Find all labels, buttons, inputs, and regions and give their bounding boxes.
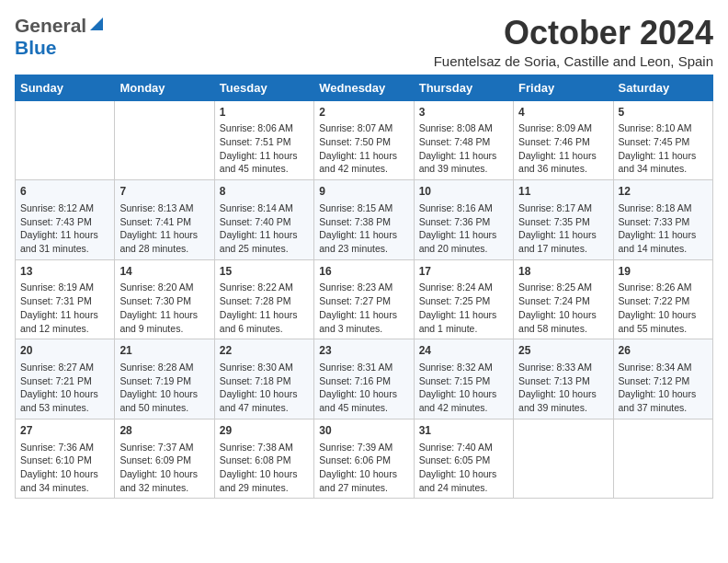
daylight: Daylight: 11 hours and 1 minute. bbox=[419, 309, 497, 334]
sunrise: Sunrise: 8:13 AM bbox=[119, 202, 193, 213]
sunset: Sunset: 7:15 PM bbox=[419, 375, 491, 386]
calendar-table: SundayMondayTuesdayWednesdayThursdayFrid… bbox=[15, 75, 713, 500]
sunrise: Sunrise: 8:15 AM bbox=[319, 202, 392, 213]
sunset: Sunset: 7:28 PM bbox=[220, 295, 291, 306]
day-number: 19 bbox=[619, 264, 708, 280]
sunset: Sunset: 7:43 PM bbox=[20, 216, 92, 227]
sunrise: Sunrise: 7:39 AM bbox=[319, 442, 392, 453]
header-row: SundayMondayTuesdayWednesdayThursdayFrid… bbox=[16, 75, 713, 100]
day-cell: 29Sunrise: 7:38 AMSunset: 6:08 PMDayligh… bbox=[214, 419, 313, 499]
day-number: 3 bbox=[419, 105, 508, 121]
daylight: Daylight: 10 hours and 58 minutes. bbox=[518, 309, 597, 334]
sunrise: Sunrise: 8:34 AM bbox=[619, 362, 692, 373]
day-number: 20 bbox=[20, 343, 109, 359]
week-row-2: 6Sunrise: 8:12 AMSunset: 7:43 PMDaylight… bbox=[16, 180, 713, 260]
day-cell: 14Sunrise: 8:20 AMSunset: 7:30 PMDayligh… bbox=[115, 259, 214, 339]
sunset: Sunset: 7:40 PM bbox=[220, 216, 291, 227]
day-cell: 22Sunrise: 8:30 AMSunset: 7:18 PMDayligh… bbox=[214, 339, 313, 419]
day-number: 7 bbox=[119, 184, 209, 200]
day-number: 22 bbox=[220, 343, 309, 359]
day-cell: 7Sunrise: 8:13 AMSunset: 7:41 PMDaylight… bbox=[115, 180, 214, 260]
day-cell: 16Sunrise: 8:23 AMSunset: 7:27 PMDayligh… bbox=[314, 259, 414, 339]
sunrise: Sunrise: 8:31 AM bbox=[319, 362, 392, 373]
day-number: 2 bbox=[319, 105, 408, 121]
page-header: General Blue October 2024 Fuentelsaz de … bbox=[15, 15, 713, 69]
day-cell: 18Sunrise: 8:25 AMSunset: 7:24 PMDayligh… bbox=[514, 259, 613, 339]
sunset: Sunset: 7:19 PM bbox=[119, 375, 191, 386]
sunrise: Sunrise: 8:33 AM bbox=[518, 362, 592, 373]
day-number: 4 bbox=[518, 105, 608, 121]
day-number: 6 bbox=[20, 184, 109, 200]
day-number: 18 bbox=[518, 264, 608, 280]
daylight: Daylight: 11 hours and 12 minutes. bbox=[20, 309, 98, 334]
day-cell: 6Sunrise: 8:12 AMSunset: 7:43 PMDaylight… bbox=[16, 180, 115, 260]
sunset: Sunset: 7:48 PM bbox=[419, 136, 491, 147]
day-cell: 17Sunrise: 8:24 AMSunset: 7:25 PMDayligh… bbox=[414, 259, 513, 339]
day-cell: 19Sunrise: 8:26 AMSunset: 7:22 PMDayligh… bbox=[613, 259, 712, 339]
day-number: 17 bbox=[419, 264, 508, 280]
day-number: 13 bbox=[20, 264, 109, 280]
sunset: Sunset: 6:09 PM bbox=[119, 454, 191, 465]
logo: General Blue bbox=[15, 15, 105, 59]
sunset: Sunset: 7:35 PM bbox=[518, 216, 590, 227]
sunrise: Sunrise: 8:14 AM bbox=[220, 202, 293, 213]
day-cell bbox=[115, 100, 214, 180]
day-cell: 15Sunrise: 8:22 AMSunset: 7:28 PMDayligh… bbox=[214, 259, 313, 339]
sunrise: Sunrise: 8:12 AM bbox=[20, 202, 94, 213]
daylight: Daylight: 11 hours and 42 minutes. bbox=[319, 150, 397, 175]
sunset: Sunset: 7:51 PM bbox=[220, 136, 291, 147]
daylight: Daylight: 11 hours and 17 minutes. bbox=[518, 229, 597, 254]
day-number: 26 bbox=[619, 343, 708, 359]
day-cell: 11Sunrise: 8:17 AMSunset: 7:35 PMDayligh… bbox=[514, 180, 613, 260]
daylight: Daylight: 11 hours and 39 minutes. bbox=[419, 150, 497, 175]
day-number: 21 bbox=[119, 343, 209, 359]
sunrise: Sunrise: 8:06 AM bbox=[220, 122, 293, 133]
day-cell: 12Sunrise: 8:18 AMSunset: 7:33 PMDayligh… bbox=[613, 180, 712, 260]
sunset: Sunset: 7:21 PM bbox=[20, 375, 92, 386]
sunrise: Sunrise: 8:08 AM bbox=[419, 122, 493, 133]
daylight: Daylight: 10 hours and 29 minutes. bbox=[220, 468, 298, 493]
sunrise: Sunrise: 8:28 AM bbox=[119, 362, 193, 373]
sunset: Sunset: 7:45 PM bbox=[619, 136, 690, 147]
day-number: 23 bbox=[319, 343, 408, 359]
header-day-sunday: Sunday bbox=[16, 75, 115, 100]
daylight: Daylight: 11 hours and 3 minutes. bbox=[319, 309, 397, 334]
month-title: October 2024 bbox=[434, 15, 713, 52]
sunrise: Sunrise: 7:37 AM bbox=[119, 442, 193, 453]
daylight: Daylight: 10 hours and 47 minutes. bbox=[220, 388, 298, 413]
sunset: Sunset: 6:10 PM bbox=[20, 454, 92, 465]
sunrise: Sunrise: 8:26 AM bbox=[619, 282, 692, 293]
day-number: 15 bbox=[220, 264, 309, 280]
week-row-4: 20Sunrise: 8:27 AMSunset: 7:21 PMDayligh… bbox=[16, 339, 713, 419]
sunrise: Sunrise: 8:30 AM bbox=[220, 362, 293, 373]
sunrise: Sunrise: 8:10 AM bbox=[619, 122, 692, 133]
day-number: 10 bbox=[419, 184, 508, 200]
sunset: Sunset: 7:38 PM bbox=[319, 216, 391, 227]
daylight: Daylight: 10 hours and 42 minutes. bbox=[419, 388, 497, 413]
header-day-wednesday: Wednesday bbox=[314, 75, 414, 100]
logo-general: General bbox=[15, 15, 86, 37]
day-number: 9 bbox=[319, 184, 408, 200]
day-cell bbox=[613, 419, 712, 499]
day-cell: 26Sunrise: 8:34 AMSunset: 7:12 PMDayligh… bbox=[613, 339, 712, 419]
daylight: Daylight: 11 hours and 28 minutes. bbox=[119, 229, 198, 254]
sunrise: Sunrise: 8:18 AM bbox=[619, 202, 692, 213]
sunset: Sunset: 7:24 PM bbox=[518, 295, 590, 306]
day-cell: 24Sunrise: 8:32 AMSunset: 7:15 PMDayligh… bbox=[414, 339, 513, 419]
sunset: Sunset: 6:05 PM bbox=[419, 454, 491, 465]
title-area: October 2024 Fuentelsaz de Soria, Castil… bbox=[434, 15, 713, 69]
sunrise: Sunrise: 8:23 AM bbox=[319, 282, 392, 293]
sunrise: Sunrise: 8:32 AM bbox=[419, 362, 493, 373]
sunset: Sunset: 7:46 PM bbox=[518, 136, 590, 147]
sunrise: Sunrise: 8:17 AM bbox=[518, 202, 592, 213]
sunset: Sunset: 7:16 PM bbox=[319, 375, 391, 386]
week-row-5: 27Sunrise: 7:36 AMSunset: 6:10 PMDayligh… bbox=[16, 419, 713, 499]
day-number: 25 bbox=[518, 343, 608, 359]
header-day-friday: Friday bbox=[514, 75, 613, 100]
day-cell bbox=[16, 100, 115, 180]
sunset: Sunset: 7:30 PM bbox=[119, 295, 191, 306]
sunset: Sunset: 7:27 PM bbox=[319, 295, 391, 306]
daylight: Daylight: 11 hours and 14 minutes. bbox=[619, 229, 697, 254]
day-cell: 8Sunrise: 8:14 AMSunset: 7:40 PMDaylight… bbox=[214, 180, 313, 260]
day-cell: 3Sunrise: 8:08 AMSunset: 7:48 PMDaylight… bbox=[414, 100, 513, 180]
